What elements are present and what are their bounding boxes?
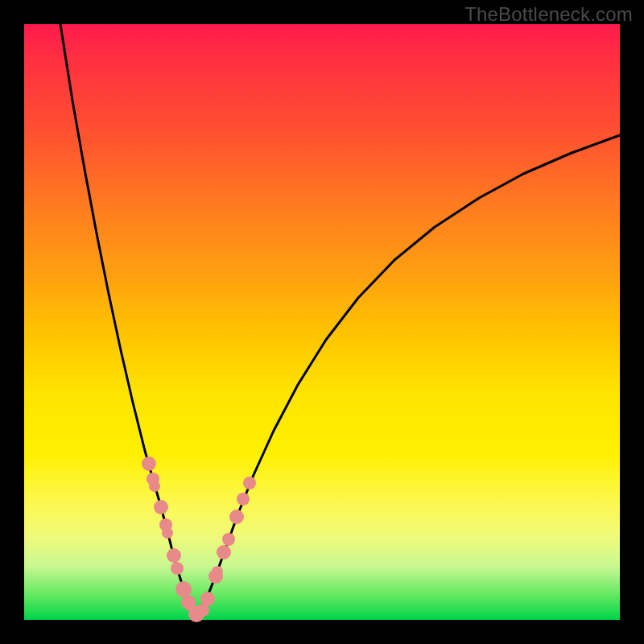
- dot: [212, 566, 223, 577]
- highlighted-dots: [142, 456, 256, 622]
- curve-right-branch: [196, 135, 620, 614]
- watermark-text: TheBottleneck.com: [464, 3, 633, 26]
- dot: [175, 581, 192, 597]
- dot: [162, 527, 173, 539]
- dot: [237, 493, 250, 506]
- dot: [154, 500, 168, 514]
- dot: [167, 548, 181, 563]
- plot-area: [24, 24, 620, 620]
- dot: [142, 456, 156, 471]
- dot: [222, 533, 235, 546]
- chart-frame: TheBottleneck.com: [0, 0, 644, 644]
- dot: [243, 477, 256, 489]
- dot: [217, 545, 231, 559]
- curve-left-branch: [60, 24, 196, 614]
- dot: [171, 562, 184, 575]
- dot: [149, 481, 160, 492]
- dot: [200, 592, 215, 606]
- dot: [229, 510, 244, 524]
- curve-svg: [24, 24, 620, 620]
